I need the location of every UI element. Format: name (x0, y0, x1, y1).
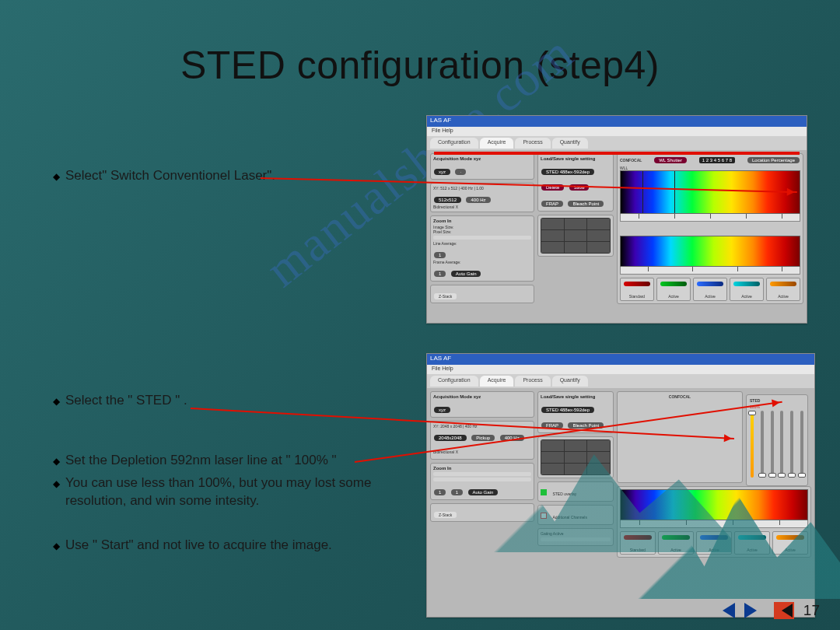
acq-mode-panel-2: Acquisition Mode xyz xyz (430, 391, 534, 418)
xy-label: XY: 512 x 512 | 400 Hz | 1.00 (433, 186, 531, 191)
acq-mode-header: Acquisition Mode xyz (433, 156, 531, 161)
detector-hyb2[interactable]: Active (693, 278, 727, 301)
confocal-panel: CONFOCAL WL Shutter 1 2 3 4 5 6 7 8 Loca… (617, 153, 803, 304)
beam-header-2: Load/Save single setting (541, 394, 611, 399)
bullet-text: Use " Start" and not live to acquire the… (65, 537, 404, 555)
bullet-item: ◆ Use " Start" and not live to acquire t… (47, 537, 404, 555)
xy-grid-panel (537, 215, 614, 257)
frame-avg-label: Frame Average: (433, 260, 531, 264)
footer-nav: 17 (715, 602, 820, 619)
pickup-toggle[interactable]: Pickup (471, 435, 495, 441)
bullet-text: Set the Depletion 592nm laser line at " … (65, 452, 404, 470)
beam-header: Load/Save single setting (541, 156, 611, 161)
xy-panel: XY: 512 x 512 | 400 Hz | 1.00 512x512 40… (430, 183, 534, 212)
bullet-marker: ◆ (47, 167, 65, 183)
detector-pmt2[interactable]: Active (766, 278, 800, 301)
sted-sliders (750, 411, 804, 478)
zoom-header: Zoom In (433, 219, 531, 223)
preset-pill-2[interactable]: STED 488ex-592dep (541, 407, 594, 413)
highlight-bar (434, 152, 800, 155)
sted-panel: STED 100% (746, 394, 808, 486)
bullet-item: ◆ Select" Switch Conventionel Laser". (47, 167, 404, 185)
page-number: 17 (803, 602, 820, 619)
bullet-marker: ◆ (47, 452, 65, 467)
app-menubar-2: File Help (427, 365, 814, 374)
spectrum-ruler (620, 214, 800, 222)
frap-toggle[interactable]: FRAP (541, 201, 563, 207)
bullet-item: ◆ Select the " STED " . (47, 392, 404, 410)
bullet-marker: ◆ (47, 537, 65, 552)
nav-grid[interactable] (541, 218, 611, 254)
prev-slide-button[interactable] (715, 603, 735, 618)
emission-ruler (620, 267, 800, 275)
tab-process[interactable]: Process (515, 138, 550, 149)
sted-slider-4[interactable] (780, 411, 783, 478)
mode-pill[interactable]: xyz (434, 169, 450, 175)
beam-panel: Load/Save single setting STED 488ex-592d… (537, 153, 614, 212)
loc-pct-button[interactable]: Location Percentage (747, 157, 800, 163)
tab-configuration-2[interactable]: Configuration (430, 376, 478, 387)
bullet-text: Select" Switch Conventionel Laser". (65, 167, 404, 185)
main-tabs-2: Configuration Acquire Process Quantify (427, 374, 814, 388)
bullet-marker: ◆ (47, 474, 65, 490)
tab-acquire-2[interactable]: Acquire (480, 376, 514, 387)
next-slide-button[interactable] (744, 603, 765, 618)
bullet-marker: ◆ (47, 392, 65, 408)
line-avg-label: Line Average: (433, 241, 531, 246)
frame-avg-2[interactable]: 1 (451, 489, 463, 495)
zstack-tab-row: Z-Stack (430, 285, 534, 303)
first-slide-button[interactable] (774, 602, 794, 619)
bleach-toggle[interactable]: Bleach Point (568, 201, 604, 207)
zoom-panel: Zoom In Image Size: Pixel Size: Line Ave… (430, 215, 534, 282)
sted-slider-3[interactable] (771, 411, 774, 478)
detector-hyb3[interactable]: Active (730, 278, 764, 301)
zstack-tab[interactable]: Z-Stack (434, 293, 457, 299)
mode-pill-2[interactable]: xyz (434, 407, 450, 413)
acq-mode-header-2: Acquisition Mode xyz (433, 394, 531, 399)
detector-pmt1[interactable]: Standard (620, 278, 654, 301)
channel-numbers: 1 2 3 4 5 6 7 8 (699, 157, 735, 163)
format-pill-2[interactable]: 2048x2048 (434, 435, 467, 441)
sted-slider-5[interactable] (790, 411, 793, 478)
app-titlebar: LAS AF (427, 116, 807, 127)
pixel-size-label: Pixel Size: (433, 229, 531, 234)
wl-shutter-button[interactable]: WL Shutter (654, 157, 687, 163)
sted-slider-6[interactable] (800, 411, 803, 478)
detector-row: Standard Active Active Active Active (620, 278, 800, 301)
bullet-list: ◆ Select" Switch Conventionel Laser". ◆ … (47, 167, 404, 559)
bullet-text: Select the " STED " . (65, 392, 404, 410)
slide-title: STED configuration (step4) (0, 0, 840, 88)
tab-acquire[interactable]: Acquire (480, 138, 514, 149)
slide: STED configuration (step4) manualshive.c… (0, 0, 840, 630)
frame-avg-value[interactable]: 1 (434, 271, 446, 277)
autogain-button[interactable]: Auto Gain (451, 271, 481, 277)
tab-configuration[interactable]: Configuration (430, 138, 478, 149)
line-avg-value[interactable]: 1 (434, 252, 446, 258)
sted-slider-592[interactable] (751, 411, 754, 478)
screenshot-upper: LAS AF File Help Configuration Acquire P… (426, 115, 807, 324)
tab-quantify[interactable]: Quantify (552, 138, 588, 149)
bidir-label: Bidirectional X (433, 205, 531, 209)
app-menubar: File Help (427, 127, 807, 136)
speed-pill[interactable]: 400 Hz (466, 197, 490, 203)
bullet-text: You can use less than 100%, but you may … (65, 474, 404, 510)
tab-quantify-2[interactable]: Quantify (552, 376, 588, 387)
preset-pill[interactable]: STED 488ex-592dep (541, 169, 594, 175)
main-tabs: Configuration Acquire Process Quantify (427, 136, 807, 150)
tab-process-2[interactable]: Process (515, 376, 550, 387)
sted-slider-2[interactable] (761, 411, 764, 478)
app-titlebar-2: LAS AF (427, 354, 814, 365)
format-pill[interactable]: 512x512 (434, 197, 461, 203)
acq-mode-panel: Acquisition Mode xyz xyz · (430, 153, 534, 180)
mode-option[interactable]: · (455, 169, 466, 175)
bullet-item: ◆ You can use less than 100%, but you ma… (47, 474, 404, 510)
bullet-item: ◆ Set the Depletion 592nm laser line at … (47, 452, 404, 470)
emission-spectrum[interactable] (620, 236, 800, 267)
autogain-2[interactable]: Auto Gain (468, 489, 499, 495)
confocal-header: CONFOCAL (620, 158, 642, 163)
detector-hyb1[interactable]: Active (656, 278, 691, 301)
